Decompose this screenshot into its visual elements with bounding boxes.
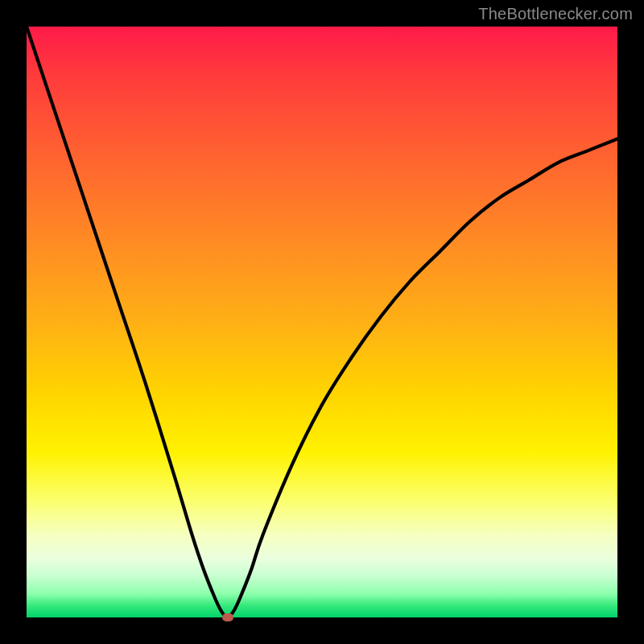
watermark-text: TheBottlenecker.com [478, 5, 633, 23]
plot-area [27, 27, 617, 617]
bottleneck-curve [27, 27, 617, 617]
optimum-marker [222, 613, 233, 621]
chart-frame: TheBottlenecker.com [0, 0, 644, 644]
